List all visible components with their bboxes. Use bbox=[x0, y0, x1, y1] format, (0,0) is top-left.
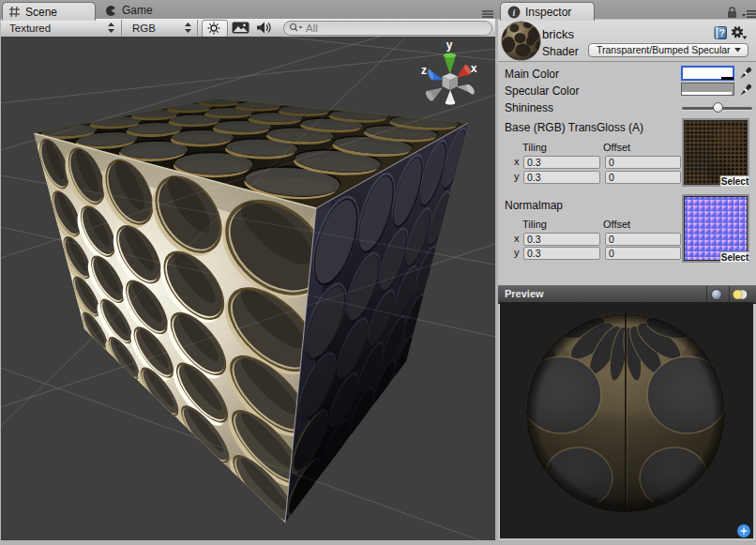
svg-text:z: z bbox=[421, 64, 427, 77]
svg-text:Select: Select bbox=[721, 252, 749, 263]
svg-text:Select: Select bbox=[721, 176, 749, 187]
svg-text:i: i bbox=[513, 7, 516, 17]
svg-text:y: y bbox=[446, 38, 453, 52]
svg-text:?: ? bbox=[719, 28, 725, 38]
svg-text:x: x bbox=[471, 62, 477, 75]
